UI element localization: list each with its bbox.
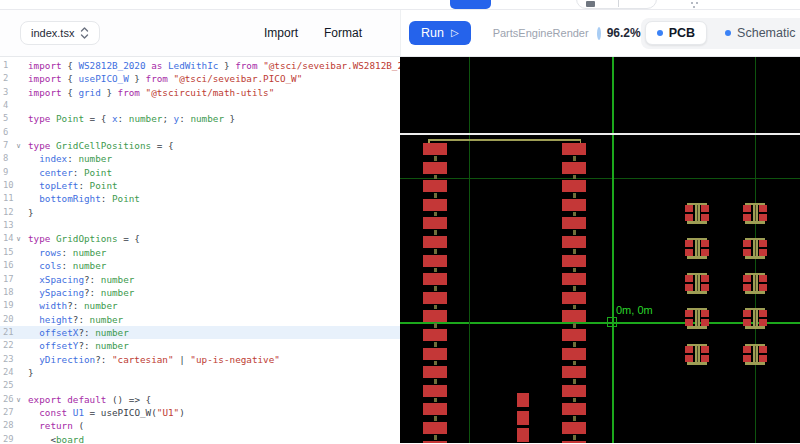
line-number[interactable]: 28 xyxy=(0,419,28,432)
line-number[interactable]: 3 xyxy=(0,86,28,99)
pico-pad[interactable] xyxy=(423,422,447,434)
led-component[interactable] xyxy=(742,308,768,329)
code-line-24[interactable]: 24} xyxy=(0,366,400,379)
format-button[interactable]: Format xyxy=(324,26,362,40)
code-line-16[interactable]: 16 cols: number xyxy=(0,259,400,272)
fold-chevron-icon[interactable]: ∨ xyxy=(16,232,21,245)
small-pad[interactable] xyxy=(517,411,529,425)
code-editor[interactable]: 1import { WS2812B_2020 as LedWithIc } fr… xyxy=(0,57,400,443)
code-line-18[interactable]: 18 ySpacing?: number xyxy=(0,286,400,299)
line-number[interactable]: 10 xyxy=(0,179,28,192)
led-component[interactable] xyxy=(742,203,768,224)
code-line-7[interactable]: 7∨type GridCellPositions = { xyxy=(0,139,400,152)
pico-pad[interactable] xyxy=(423,255,447,267)
line-number[interactable]: 21 xyxy=(0,326,28,339)
line-number[interactable]: 19 xyxy=(0,299,28,312)
pico-pad[interactable] xyxy=(423,217,447,229)
pico-pad[interactable] xyxy=(562,310,586,322)
pico-pad[interactable] xyxy=(562,236,586,248)
code-line-25[interactable]: 25 xyxy=(0,379,400,392)
led-component[interactable] xyxy=(742,238,768,259)
pico-pad[interactable] xyxy=(562,143,586,155)
line-number[interactable]: 7∨ xyxy=(0,139,28,152)
code-line-3[interactable]: 3import { grid } from "@tscircuit/math-u… xyxy=(0,86,400,99)
pico-pad[interactable] xyxy=(423,180,447,192)
pico-pad[interactable] xyxy=(423,329,447,341)
led-component[interactable] xyxy=(684,344,710,365)
line-number[interactable]: 4 xyxy=(0,99,28,112)
code-line-12[interactable]: 12} xyxy=(0,206,400,219)
pico-pad[interactable] xyxy=(423,162,447,174)
pico-pad[interactable] xyxy=(562,273,586,285)
line-number[interactable]: 15 xyxy=(0,246,28,259)
code-line-22[interactable]: 22 offsetY?: number xyxy=(0,339,400,352)
pico-pad[interactable] xyxy=(562,385,586,397)
pico-pad[interactable] xyxy=(562,292,586,304)
line-number[interactable]: 22 xyxy=(0,339,28,352)
led-component[interactable] xyxy=(684,273,710,294)
line-number[interactable]: 11 xyxy=(0,192,28,205)
pico-pad[interactable] xyxy=(562,348,586,360)
code-line-1[interactable]: 1import { WS2812B_2020 as LedWithIc } fr… xyxy=(0,59,400,72)
pico-pad[interactable] xyxy=(562,255,586,267)
pico-pad[interactable] xyxy=(423,236,447,248)
led-component[interactable] xyxy=(742,273,768,294)
line-number[interactable]: 8 xyxy=(0,152,28,165)
code-line-20[interactable]: 20 height?: number xyxy=(0,313,400,326)
line-number[interactable]: 29 xyxy=(0,433,28,443)
line-number[interactable]: 18 xyxy=(0,286,28,299)
pico-pad[interactable] xyxy=(423,199,447,211)
line-number[interactable]: 1 xyxy=(0,59,28,72)
line-number[interactable]: 25 xyxy=(0,379,28,392)
led-component[interactable] xyxy=(742,344,768,365)
pico-pad[interactable] xyxy=(562,199,586,211)
pico-pad[interactable] xyxy=(423,385,447,397)
pico-pad[interactable] xyxy=(562,217,586,229)
code-line-23[interactable]: 23 yDirection?: "cartesian" | "up-is-neg… xyxy=(0,353,400,366)
line-number[interactable]: 5 xyxy=(0,112,28,125)
code-line-6[interactable]: 6 xyxy=(0,126,400,139)
pico-pad[interactable] xyxy=(562,422,586,434)
pico-pad[interactable] xyxy=(423,366,447,378)
pico-pad[interactable] xyxy=(562,441,586,443)
line-number[interactable]: 14∨ xyxy=(0,232,28,245)
code-line-8[interactable]: 8 index: number xyxy=(0,152,400,165)
led-component[interactable] xyxy=(684,203,710,224)
pico-pad[interactable] xyxy=(562,329,586,341)
toolbar-blue-button-fragment[interactable] xyxy=(450,0,491,9)
pico-pad[interactable] xyxy=(423,348,447,360)
line-number[interactable]: 17 xyxy=(0,273,28,286)
tab-schematic[interactable]: Schematic xyxy=(725,26,795,40)
code-line-17[interactable]: 17 xSpacing?: number xyxy=(0,273,400,286)
code-line-21[interactable]: 21 offsetX?: number xyxy=(0,326,400,339)
code-line-5[interactable]: 5type Point = { x: number; y: number } xyxy=(0,112,400,125)
code-line-15[interactable]: 15 rows: number xyxy=(0,246,400,259)
toolbar-pill-button-fragment[interactable] xyxy=(576,0,657,9)
file-tab-selector[interactable]: index.tsx xyxy=(20,21,100,45)
code-line-10[interactable]: 10 topLeft: Point xyxy=(0,179,400,192)
line-number[interactable]: 2 xyxy=(0,72,28,85)
line-number[interactable]: 27 xyxy=(0,406,28,419)
code-line-14[interactable]: 14∨type GridOptions = { xyxy=(0,232,400,245)
code-line-29[interactable]: 29 <board xyxy=(0,433,400,443)
pico-pad[interactable] xyxy=(423,273,447,285)
line-number[interactable]: 16 xyxy=(0,259,28,272)
pico-pad[interactable] xyxy=(423,292,447,304)
line-number[interactable]: 13 xyxy=(0,219,28,232)
code-line-28[interactable]: 28 return ( xyxy=(0,419,400,432)
import-button[interactable]: Import xyxy=(264,26,298,40)
pico-pad[interactable] xyxy=(562,162,586,174)
pico-pad[interactable] xyxy=(562,180,586,192)
run-button[interactable]: Run ▷ xyxy=(409,21,471,45)
code-line-11[interactable]: 11 bottomRight: Point xyxy=(0,192,400,205)
line-number[interactable]: 12 xyxy=(0,206,28,219)
code-line-4[interactable]: 4 xyxy=(0,99,400,112)
tab-pcb[interactable]: PCB xyxy=(645,21,707,45)
code-line-13[interactable]: 13 xyxy=(0,219,400,232)
pico-pad[interactable] xyxy=(423,143,447,155)
fold-chevron-icon[interactable]: ∨ xyxy=(16,393,21,406)
code-line-2[interactable]: 2import { usePICO_W } from "@tsci/seveib… xyxy=(0,72,400,85)
code-line-9[interactable]: 9 center: Point xyxy=(0,166,400,179)
line-number[interactable]: 23 xyxy=(0,353,28,366)
fold-chevron-icon[interactable]: ∨ xyxy=(16,139,21,152)
